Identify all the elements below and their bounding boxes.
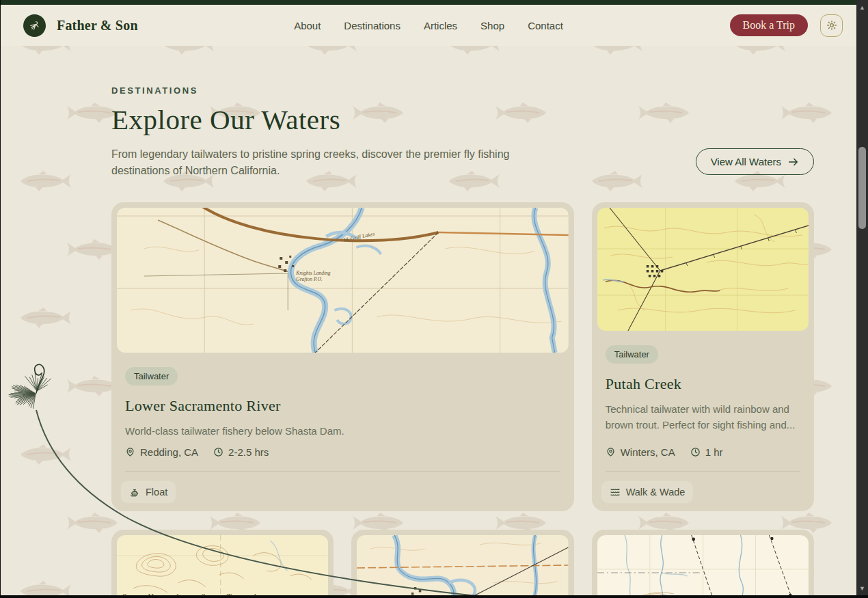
duration-meta: 2-2.5 hrs <box>213 446 269 458</box>
arrow-right-icon <box>788 157 799 167</box>
top-accent-bar <box>1 0 857 5</box>
map-pin-icon <box>606 447 616 457</box>
nav-item-about[interactable]: About <box>294 20 321 31</box>
card-divider <box>606 471 800 472</box>
destination-card-partial-1[interactable]: S H A S T A <box>111 530 334 598</box>
card-divider <box>125 471 560 472</box>
scrollbar[interactable]: ▲ ▼ <box>856 0 868 598</box>
location-meta: Redding, CA <box>125 446 198 458</box>
window-bottom-edge <box>1 595 868 598</box>
browser-viewport: Father & Son About Destinations Articles… <box>0 0 868 598</box>
book-a-trip-button[interactable]: Book a Trip <box>730 14 808 36</box>
destination-card-partial-2[interactable] <box>351 530 573 598</box>
destinations-section-header: DESTINATIONS Explore Our Waters From leg… <box>111 85 814 179</box>
section-description: From legendary tailwaters to pristine sp… <box>111 146 549 179</box>
view-all-waters-button[interactable]: View All Waters <box>696 148 814 175</box>
fly-icon <box>23 14 46 37</box>
section-eyebrow: DESTINATIONS <box>111 85 814 96</box>
duration-text: 2-2.5 hrs <box>228 446 269 458</box>
card-title: Putah Creek <box>606 375 800 393</box>
nav-item-contact[interactable]: Contact <box>528 20 563 31</box>
clock-icon <box>213 447 223 457</box>
scroll-down-arrow[interactable]: ▼ <box>856 583 868 594</box>
card-body: Tailwater Lower Sacramento River World-c… <box>117 353 569 439</box>
boat-icon <box>129 487 140 498</box>
access-label: Walk & Wade <box>626 487 686 498</box>
duration-text: 1 hr <box>705 446 723 458</box>
nav-item-shop[interactable]: Shop <box>480 20 504 31</box>
topo-map-putah-creek <box>597 208 809 331</box>
page-content: DESTINATIONS Explore Our Waters From leg… <box>1 46 857 598</box>
brand-logo[interactable]: Father & Son <box>23 14 138 37</box>
location-text: Redding, CA <box>140 446 198 458</box>
map-label-town: Knights Landing <box>295 270 330 276</box>
destination-card-lower-sacramento[interactable]: McGriff Lakes Knights Landing Grafton P.… <box>111 202 574 511</box>
water-type-badge: Tailwater <box>606 345 658 364</box>
header-actions: Book a Trip <box>730 14 843 37</box>
sun-icon <box>826 20 837 31</box>
destination-cards-grid: McGriff Lakes Knights Landing Grafton P.… <box>111 202 814 598</box>
river-confluence-map <box>357 535 568 598</box>
site-header: Father & Son About Destinations Articles… <box>1 5 857 46</box>
brand-name: Father & Son <box>57 18 138 33</box>
scroll-up-arrow[interactable]: ▲ <box>856 2 868 13</box>
view-all-label: View All Waters <box>711 156 781 167</box>
map-pin-icon <box>125 447 135 457</box>
topo-map-lower-sacramento: McGriff Lakes Knights Landing Grafton P.… <box>117 208 569 353</box>
scroll-thumb[interactable] <box>858 147 866 229</box>
waves-icon <box>610 487 621 498</box>
location-text: Winters, CA <box>621 446 675 458</box>
nav-item-destinations[interactable]: Destinations <box>344 20 401 31</box>
nav-item-articles[interactable]: Articles <box>424 20 457 31</box>
location-meta: Winters, CA <box>606 446 675 458</box>
destination-card-putah-creek[interactable]: Tailwater Putah Creek Technical tailwate… <box>592 202 814 511</box>
access-label: Float <box>146 487 167 498</box>
map-label-town2: Grafton P.O. <box>296 276 323 282</box>
card-meta: Winters, CA 1 hr <box>606 446 723 458</box>
theme-toggle-button[interactable] <box>820 14 843 37</box>
shasta-topo-map: S H A S T A <box>117 535 328 598</box>
destination-card-partial-3[interactable] <box>592 530 814 598</box>
section-title: Explore Our Waters <box>111 103 814 136</box>
clock-icon <box>690 447 701 457</box>
water-type-badge: Tailwater <box>125 367 178 385</box>
card-description: Technical tailwater with wild rainbow an… <box>606 401 800 433</box>
card-meta: Redding, CA 2-2.5 hrs <box>125 446 269 458</box>
main-nav: About Destinations Articles Shop Contact <box>294 20 563 31</box>
card-body: Tailwater Putah Creek Technical tailwate… <box>597 331 809 433</box>
card-title: Lower Sacramento River <box>125 397 560 415</box>
card-description: World-class tailwater fishery below Shas… <box>125 423 560 439</box>
access-type: Walk & Wade <box>601 481 694 503</box>
valley-streams-map <box>597 535 809 598</box>
access-type: Float <box>121 481 176 503</box>
duration-meta: 1 hr <box>690 446 723 458</box>
